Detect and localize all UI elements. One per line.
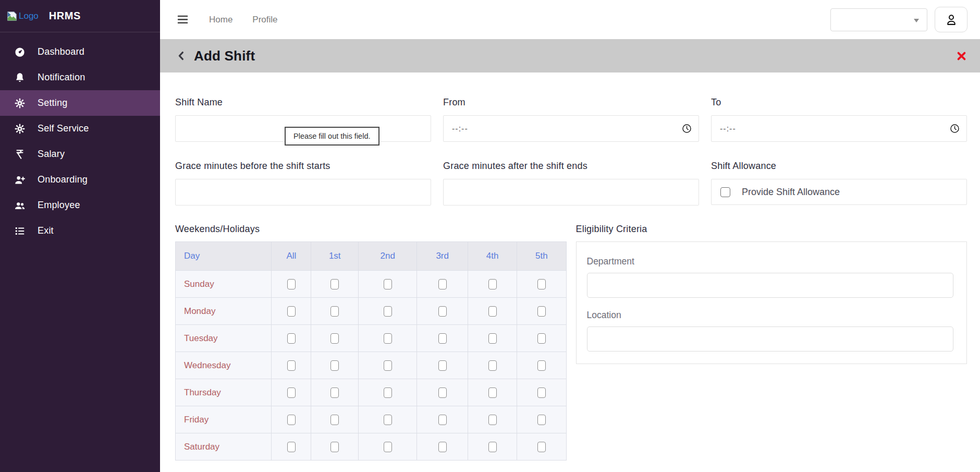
- checkbox-saturday-5th[interactable]: [537, 442, 546, 452]
- sidebar-item-setting[interactable]: Setting: [0, 90, 160, 116]
- sidebar-nav: DashboardNotificationSettingSelf Service…: [0, 32, 160, 244]
- checkbox-saturday-4th[interactable]: [488, 442, 497, 452]
- checkbox-thursday-4th[interactable]: [488, 388, 497, 398]
- checkbox-tuesday-4th[interactable]: [488, 333, 497, 344]
- sidebar-item-self-service[interactable]: Self Service: [0, 116, 160, 141]
- notification-icon: [14, 71, 26, 84]
- weekend-row-tuesday: Tuesday: [176, 325, 567, 352]
- from-time-input[interactable]: [443, 115, 699, 142]
- checkbox-thursday-all[interactable]: [287, 388, 296, 398]
- clock-icon[interactable]: [949, 123, 960, 134]
- checkbox-friday-all[interactable]: [287, 415, 296, 425]
- sidebar-item-dashboard[interactable]: Dashboard: [0, 39, 160, 65]
- checkbox-monday-5th[interactable]: [537, 306, 546, 317]
- user-dropdown[interactable]: [830, 8, 927, 31]
- to-time-input[interactable]: [711, 115, 967, 142]
- validation-tooltip: Please fill out this field.: [285, 127, 379, 146]
- provide-shift-allowance-checkbox[interactable]: [720, 187, 730, 197]
- checkbox-wednesday-5th[interactable]: [537, 360, 546, 371]
- checkbox-tuesday-3rd[interactable]: [438, 333, 447, 344]
- checkbox-wednesday-3rd[interactable]: [438, 360, 447, 371]
- department-input[interactable]: [587, 273, 954, 298]
- checkbox-thursday-5th[interactable]: [537, 388, 546, 398]
- sidebar-item-label: Setting: [38, 98, 67, 108]
- main-area: Home Profile Add Shift: [160, 0, 980, 472]
- shift-allowance-label: Shift Allowance: [711, 161, 967, 172]
- weekend-col-5th: 5th: [517, 242, 566, 271]
- close-icon[interactable]: [957, 51, 966, 61]
- checkbox-thursday-2nd[interactable]: [384, 388, 392, 398]
- menu-icon[interactable]: [177, 14, 189, 25]
- location-input[interactable]: [587, 326, 954, 352]
- day-label: Thursday: [176, 379, 272, 406]
- checkbox-monday-1st[interactable]: [330, 306, 339, 317]
- location-field-group: Location: [587, 310, 954, 352]
- sidebar-item-label: Onboarding: [38, 174, 88, 185]
- sidebar-item-exit[interactable]: Exit: [0, 218, 160, 244]
- checkbox-wednesday-4th[interactable]: [488, 360, 497, 371]
- checkbox-wednesday-1st[interactable]: [330, 360, 339, 371]
- checkbox-tuesday-1st[interactable]: [330, 333, 339, 344]
- grace-after-label: Grace minutes after the shift ends: [443, 161, 699, 172]
- checkbox-sunday-3rd[interactable]: [438, 279, 447, 289]
- profile-button[interactable]: [935, 7, 967, 32]
- breadcrumb-profile[interactable]: Profile: [252, 15, 277, 25]
- grace-before-input[interactable]: [175, 179, 431, 205]
- weekend-col-2nd: 2nd: [359, 242, 417, 271]
- checkbox-saturday-1st[interactable]: [330, 442, 339, 452]
- setting-icon: [14, 97, 26, 110]
- weekend-row-friday: Friday: [176, 406, 567, 433]
- shift-name-field-group: Shift Name Please fill out this field.: [175, 97, 431, 142]
- weekend-col-all: All: [272, 242, 311, 271]
- shift-name-label: Shift Name: [175, 97, 431, 108]
- checkbox-friday-5th[interactable]: [537, 415, 546, 425]
- checkbox-monday-all[interactable]: [287, 306, 296, 317]
- sidebar-item-employee[interactable]: Employee: [0, 192, 160, 218]
- grace-after-input[interactable]: [443, 179, 699, 205]
- weekend-row-thursday: Thursday: [176, 379, 567, 406]
- breadcrumb-home[interactable]: Home: [209, 15, 232, 25]
- weekend-table-body: SundayMondayTuesdayWednesdayThursdayFrid…: [176, 271, 567, 461]
- checkbox-wednesday-all[interactable]: [287, 360, 296, 371]
- self-service-icon: [14, 123, 26, 135]
- eligibility-section: Eligibility Criteria Department Location: [576, 224, 967, 364]
- checkbox-tuesday-all[interactable]: [287, 333, 296, 344]
- checkbox-sunday-2nd[interactable]: [384, 279, 392, 289]
- weekend-col-day: Day: [176, 242, 272, 271]
- sidebar-item-salary[interactable]: Salary: [0, 141, 160, 167]
- checkbox-tuesday-2nd[interactable]: [384, 333, 392, 344]
- checkbox-friday-3rd[interactable]: [438, 415, 447, 425]
- sidebar-item-onboarding[interactable]: Onboarding: [0, 167, 160, 192]
- exit-icon: [14, 225, 26, 237]
- employee-icon: [14, 199, 26, 212]
- weekends-section: Weekends/Holidays DayAll1st2nd3rd4th5th …: [175, 224, 567, 461]
- checkbox-sunday-4th[interactable]: [488, 279, 497, 289]
- checkbox-saturday-3rd[interactable]: [438, 442, 447, 452]
- checkbox-friday-2nd[interactable]: [384, 415, 392, 425]
- checkbox-tuesday-5th[interactable]: [537, 333, 546, 344]
- topbar-right: [830, 7, 967, 32]
- back-icon[interactable]: [176, 50, 187, 62]
- checkbox-monday-3rd[interactable]: [438, 306, 447, 317]
- sidebar-item-notification[interactable]: Notification: [0, 65, 160, 90]
- checkbox-saturday-2nd[interactable]: [384, 442, 392, 452]
- checkbox-monday-2nd[interactable]: [384, 306, 392, 317]
- checkbox-friday-4th[interactable]: [488, 415, 497, 425]
- checkbox-sunday-all[interactable]: [287, 279, 296, 289]
- checkbox-thursday-1st[interactable]: [330, 388, 339, 398]
- checkbox-thursday-3rd[interactable]: [438, 388, 447, 398]
- topbar: Home Profile: [160, 0, 980, 39]
- grace-before-label: Grace minutes before the shift starts: [175, 161, 431, 172]
- person-icon: [945, 13, 958, 27]
- checkbox-friday-1st[interactable]: [330, 415, 339, 425]
- checkbox-sunday-5th[interactable]: [537, 279, 546, 289]
- weekend-row-sunday: Sunday: [176, 271, 567, 298]
- from-field-group: From: [443, 97, 699, 142]
- checkbox-monday-4th[interactable]: [488, 306, 497, 317]
- checkbox-saturday-all[interactable]: [287, 442, 296, 452]
- to-label: To: [711, 97, 967, 108]
- checkbox-wednesday-2nd[interactable]: [384, 360, 392, 371]
- weekend-col-3rd: 3rd: [417, 242, 468, 271]
- checkbox-sunday-1st[interactable]: [330, 279, 339, 289]
- clock-icon[interactable]: [681, 123, 692, 134]
